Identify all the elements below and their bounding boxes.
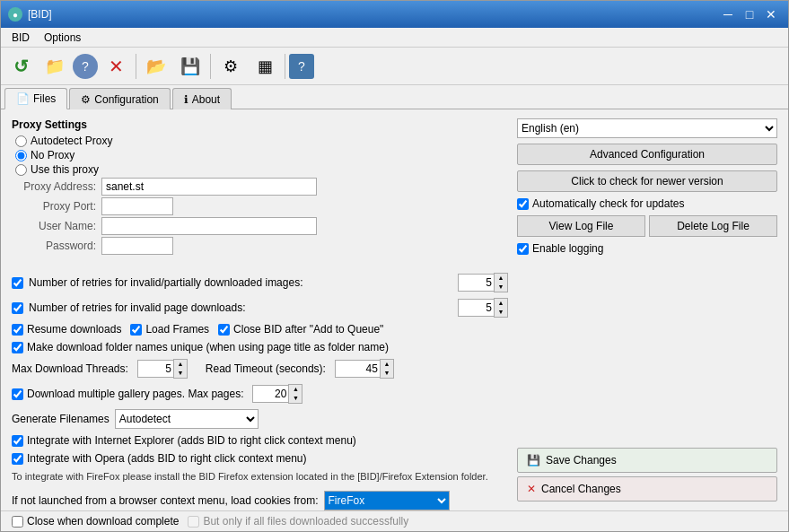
help-button[interactable]: ? [73, 54, 98, 79]
right-spacer [517, 260, 777, 442]
save-changes-label: Save Changes [546, 454, 617, 467]
auto-check-updates-row[interactable]: Automatically check for updates [517, 197, 777, 210]
proxy-autodetect-radio[interactable] [15, 135, 27, 147]
integrate-opera-checkbox[interactable] [12, 453, 23, 465]
cookies-from-select[interactable]: FireFox Internet Explorer Opera None [324, 491, 450, 510]
proxy-use-row[interactable]: Use this proxy [15, 163, 508, 176]
main-window: ● [BID] ─ □ ✕ BID Options ↺ 📁 ? ✕ 📂 💾 ⚙ … [0, 0, 789, 532]
menu-bid[interactable]: BID [4, 30, 37, 46]
advanced-config-button[interactable]: Advanced Configuration [517, 144, 777, 165]
close-bid-row[interactable]: Close BID after "Add to Queue" [218, 323, 383, 336]
options-row-1: Resume downloads Load Frames Close BID a… [12, 323, 508, 336]
retries-pages-input[interactable] [458, 299, 494, 317]
resume-downloads-row[interactable]: Resume downloads [12, 323, 121, 336]
proxy-autodetect-label: Autodetect Proxy [31, 135, 112, 147]
retries-images-down[interactable]: ▼ [495, 283, 507, 292]
max-pages-input[interactable] [252, 385, 288, 403]
read-timeout-up[interactable]: ▲ [381, 360, 393, 369]
but-only-row[interactable]: But only if all files downloaded success… [188, 515, 408, 528]
save-button-toolbar[interactable]: 💾 [174, 50, 206, 83]
proxy-use-radio[interactable] [15, 164, 27, 176]
max-threads-spinbox-btns: ▲ ▼ [173, 359, 188, 379]
folder-yellow-button[interactable]: 📂 [140, 50, 172, 83]
generate-filenames-label: Generate Filenames [12, 413, 110, 425]
read-timeout-spinbox: ▲ ▼ [335, 359, 394, 379]
download-gallery-row[interactable]: Download multiple gallery pages. Max pag… [12, 388, 243, 400]
max-threads-input[interactable] [137, 360, 173, 378]
make-folder-unique-row[interactable]: Make download folder names unique (when … [12, 341, 508, 353]
enable-logging-row[interactable]: Enable logging [517, 242, 777, 255]
tab-configuration[interactable]: ⚙ Configuration [69, 88, 170, 109]
toolbar: ↺ 📁 ? ✕ 📂 💾 ⚙ ▦ ? [1, 48, 788, 85]
retries-pages-down[interactable]: ▼ [495, 308, 507, 317]
open-folder-button[interactable]: 📁 [39, 50, 71, 83]
retries-pages-checkbox[interactable] [12, 302, 23, 314]
check-version-button[interactable]: Click to check for newer version [517, 170, 777, 192]
max-pages-spinbox: ▲ ▼ [252, 384, 302, 404]
enable-logging-label: Enable logging [532, 242, 603, 255]
close-when-complete-row[interactable]: Close when download complete [12, 515, 179, 528]
proxy-none-label: No Proxy [31, 149, 75, 161]
language-select[interactable]: English (en) [517, 118, 777, 138]
proxy-pass-input[interactable] [101, 237, 173, 255]
proxy-pass-label: Password: [15, 240, 96, 252]
read-timeout-down[interactable]: ▼ [381, 369, 393, 378]
tab-files[interactable]: 📄 Files [4, 88, 67, 109]
retries-images-checkbox[interactable] [12, 277, 23, 289]
read-timeout-input[interactable] [335, 360, 380, 378]
delete-log-button[interactable]: Delete Log File [649, 215, 777, 237]
proxy-autodetect-row[interactable]: Autodetect Proxy [15, 135, 508, 147]
close-bid-checkbox[interactable] [218, 324, 230, 336]
menu-options[interactable]: Options [37, 30, 88, 46]
title-bar-left: ● [BID] [8, 7, 52, 22]
max-threads-down[interactable]: ▼ [174, 369, 187, 378]
generate-filenames-select[interactable]: Autodetect [115, 409, 259, 429]
close-button[interactable]: ✕ [761, 4, 781, 24]
integrate-ie-row[interactable]: Integrate with Internet Explorer (adds B… [12, 434, 508, 447]
gear-button[interactable]: ⚙ [215, 50, 247, 83]
window-title: [BID] [28, 8, 52, 21]
max-threads-label: Max Download Threads: [12, 362, 128, 375]
tab-about[interactable]: ℹ About [172, 88, 232, 109]
view-log-button[interactable]: View Log File [517, 215, 645, 237]
retries-images-up[interactable]: ▲ [495, 274, 507, 283]
restore-button[interactable]: □ [740, 4, 759, 24]
max-pages-down[interactable]: ▼ [289, 394, 302, 403]
max-pages-up[interactable]: ▲ [289, 385, 302, 394]
enable-logging-checkbox[interactable] [517, 243, 529, 255]
retries-images-input[interactable] [458, 274, 494, 292]
max-threads-up[interactable]: ▲ [174, 360, 187, 369]
minimize-button[interactable]: ─ [718, 4, 738, 24]
download-gallery-checkbox[interactable] [12, 388, 23, 400]
proxy-section: Proxy Settings Autodetect Proxy No Proxy [12, 118, 508, 255]
info-button[interactable]: ? [289, 54, 314, 79]
files-tab-label: Files [33, 92, 56, 105]
auto-check-updates-checkbox[interactable] [517, 198, 529, 210]
retries-pages-spinbox: ▲ ▼ [458, 298, 508, 318]
download-gallery-label: Download multiple gallery pages. Max pag… [27, 388, 243, 400]
retries-pages-up[interactable]: ▲ [495, 299, 507, 308]
integrate-opera-row[interactable]: Integrate with Opera (adds BID to right … [12, 452, 508, 465]
save-changes-button[interactable]: 💾 Save Changes [517, 448, 777, 473]
close-when-complete-checkbox[interactable] [12, 516, 23, 528]
right-actions: 💾 Save Changes ✕ Cancel Changes [517, 448, 777, 501]
resume-downloads-checkbox[interactable] [12, 324, 23, 336]
firefox-info-text: To integrate with FireFox please install… [12, 470, 508, 484]
files-tab-icon: 📄 [16, 92, 30, 105]
cancel-changes-button[interactable]: ✕ Cancel Changes [517, 476, 777, 501]
stop-button[interactable]: ✕ [100, 50, 132, 83]
proxy-port-input[interactable] [101, 197, 173, 215]
load-frames-row[interactable]: Load Frames [130, 323, 209, 336]
integrate-ie-checkbox[interactable] [12, 435, 23, 447]
proxy-user-input[interactable] [101, 217, 317, 235]
proxy-none-row[interactable]: No Proxy [15, 149, 508, 161]
grid-button[interactable]: ▦ [249, 50, 281, 83]
proxy-none-radio[interactable] [15, 150, 27, 161]
max-pages-spinbox-btns: ▲ ▼ [288, 384, 302, 404]
make-folder-unique-checkbox[interactable] [12, 342, 23, 353]
main-layout: Proxy Settings Autodetect Proxy No Proxy [12, 118, 777, 501]
proxy-address-input[interactable] [101, 178, 317, 196]
load-frames-checkbox[interactable] [130, 324, 142, 336]
refresh-button[interactable]: ↺ [4, 50, 37, 83]
integrate-opera-label: Integrate with Opera (adds BID to right … [27, 452, 306, 465]
